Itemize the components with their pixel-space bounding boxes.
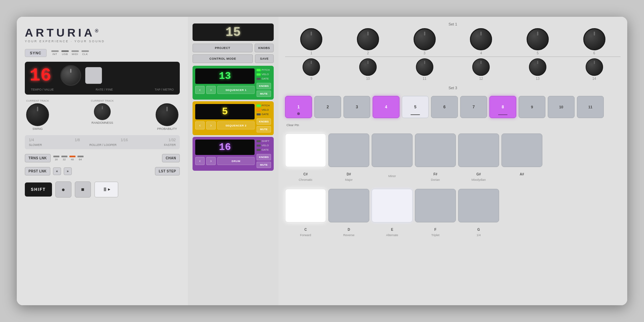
roller-values: 1/4 1/8 1/16 1/32 <box>29 138 176 142</box>
pad-3[interactable]: 3 <box>343 96 370 118</box>
knob-4[interactable] <box>470 28 492 50</box>
seq1-prev-button[interactable]: ‹ <box>195 86 205 94</box>
play-pause-button[interactable]: ⏸▶ <box>94 181 118 198</box>
knob-4-num: 4 <box>480 51 482 55</box>
knob-3-group: 3 <box>414 28 436 55</box>
pad-9[interactable]: 9 <box>519 96 545 118</box>
roller-labels: SLOWER ROLLER / LOOPER FASTER <box>29 143 176 147</box>
pad-d[interactable] <box>328 189 369 222</box>
trns-lnk-button[interactable]: TRNS LNK <box>25 154 51 162</box>
pad-2-num: 2 <box>327 105 329 109</box>
knob-2[interactable] <box>357 28 379 50</box>
top-display-value: 15 <box>225 25 241 40</box>
pad-8[interactable]: 8 <box>489 96 516 118</box>
drum-knobs-button[interactable]: KNOBS <box>257 154 271 160</box>
pad-1-dot <box>297 112 300 115</box>
drum-label-button[interactable]: DRUM <box>217 157 255 165</box>
forward-button[interactable]: » <box>64 167 72 175</box>
tempo-knob[interactable] <box>60 65 81 86</box>
drum-next-button[interactable]: › <box>206 157 216 165</box>
knob-10[interactable] <box>359 58 377 76</box>
pad-6[interactable]: 6 <box>431 96 458 118</box>
knob-11[interactable] <box>416 58 433 76</box>
chan-button[interactable]: CHAN <box>162 154 180 162</box>
pads-row1: 1 2 3 4 5 6 <box>285 96 621 118</box>
project-row: PROJECT KNOBS <box>193 44 274 52</box>
pad-4[interactable]: 4 <box>373 96 399 118</box>
drum-shift-label: SHIFT <box>262 140 269 143</box>
pad-g-sharp[interactable] <box>458 133 499 167</box>
roller-mid-label: ROLLER / LOOPER <box>89 143 116 147</box>
lst-step-button[interactable]: LST STEP <box>155 167 180 175</box>
seq2-prev-button[interactable]: ‹ <box>195 121 205 129</box>
trns-row: TRNS LNK 16 32 48 64 CHA <box>25 154 180 162</box>
middle-panel: 15 PROJECT KNOBS CONTROL MODE SAVE 13 ‹ … <box>188 17 278 305</box>
project-button[interactable]: PROJECT <box>193 44 253 52</box>
pad-d-sharp[interactable] <box>328 133 369 167</box>
knob-13[interactable] <box>529 58 546 76</box>
pad-g-sublabel: 1/4 <box>477 233 481 237</box>
control-mode-button[interactable]: CONTROL MODE <box>193 54 253 63</box>
seq2-velo-ind: VELO <box>257 108 271 111</box>
knob-14[interactable] <box>586 58 603 76</box>
pad-f[interactable] <box>415 189 456 222</box>
pad-7[interactable]: 7 <box>460 96 487 118</box>
pad-1[interactable]: 1 <box>285 96 312 118</box>
pad-10[interactable]: 10 <box>548 96 575 118</box>
seq1-velo-ind: VELO <box>257 73 271 76</box>
pad-minor[interactable] <box>372 133 413 167</box>
knob-6[interactable] <box>583 28 605 50</box>
drum-mute-button[interactable]: MUTE <box>257 162 271 168</box>
brand-tagline: YOUR EXPERIENCE · YOUR SOUND <box>25 40 180 43</box>
pads-row2-labels: C# Chromatic D# Major Minor F# Dorian G#… <box>285 172 621 182</box>
knobs-top-button[interactable]: KNOBS <box>255 44 274 52</box>
tap-button[interactable] <box>85 67 102 84</box>
knob-4-group: 4 <box>470 28 492 55</box>
pad-11[interactable]: 11 <box>577 96 604 118</box>
knob-10-num: 10 <box>366 77 370 80</box>
seq1-mute-button[interactable]: MUTE <box>257 91 271 97</box>
logo-area: ARTURIA® YOUR EXPERIENCE · YOUR SOUND <box>25 26 180 43</box>
pad-c-sharp[interactable] <box>285 133 326 167</box>
pad-2[interactable]: 2 <box>314 96 341 118</box>
pad-f-sharp[interactable] <box>415 133 456 167</box>
knob-5[interactable] <box>527 28 549 50</box>
pad-g[interactable] <box>458 189 499 222</box>
prst-lnk-button[interactable]: PRST LNK <box>25 167 50 175</box>
pad-5[interactable]: 5 <box>402 96 429 118</box>
rewind-button[interactable]: « <box>53 167 61 175</box>
pad-d-sharp-sublabel: Major <box>345 178 353 181</box>
sync-clk: CLK <box>82 50 89 56</box>
pad-6-num: 6 <box>443 105 446 109</box>
seq2-label-button[interactable]: SEQUENCER 2 <box>217 121 255 129</box>
pad-e[interactable] <box>372 189 413 222</box>
seq2-mute-button[interactable]: MUTE <box>257 126 271 132</box>
sync-button[interactable]: SYNC <box>25 49 47 57</box>
randomness-knob[interactable] <box>94 103 111 120</box>
stop-button[interactable]: ■ <box>75 181 91 198</box>
swing-knob[interactable] <box>26 103 49 126</box>
shift-button[interactable]: SHIFT <box>25 182 52 197</box>
seq1-indicators: PITCH VELO GATE KNOBS MUTE <box>257 68 271 97</box>
seq1-next-button[interactable]: › <box>206 86 216 94</box>
seq2-next-button[interactable]: › <box>206 121 216 129</box>
pad-4-num: 4 <box>385 105 387 109</box>
pad-5-num: 5 <box>414 105 417 109</box>
save-button[interactable]: SAVE <box>255 54 274 63</box>
seq2-knobs-button[interactable]: KNOBS <box>257 118 271 125</box>
drum-value: 16 <box>219 142 231 153</box>
pad-a-sharp[interactable] <box>501 133 542 167</box>
seq1-knobs-button[interactable]: KNOBS <box>257 83 271 89</box>
knob-3[interactable] <box>414 28 436 50</box>
probability-knob[interactable] <box>156 103 178 126</box>
knob-6-num: 6 <box>593 51 595 55</box>
pad-f-label: F <box>415 228 456 231</box>
drum-velo-ind: VELO <box>257 144 271 147</box>
seq1-label-button[interactable]: SEQUENCER 1 <box>217 86 255 94</box>
knob-12[interactable] <box>472 58 490 76</box>
pad-c[interactable] <box>285 189 326 222</box>
knob-9[interactable] <box>303 58 320 76</box>
knob-1[interactable] <box>300 28 322 50</box>
drum-prev-button[interactable]: ‹ <box>195 157 205 165</box>
record-button[interactable]: ● <box>55 181 71 198</box>
